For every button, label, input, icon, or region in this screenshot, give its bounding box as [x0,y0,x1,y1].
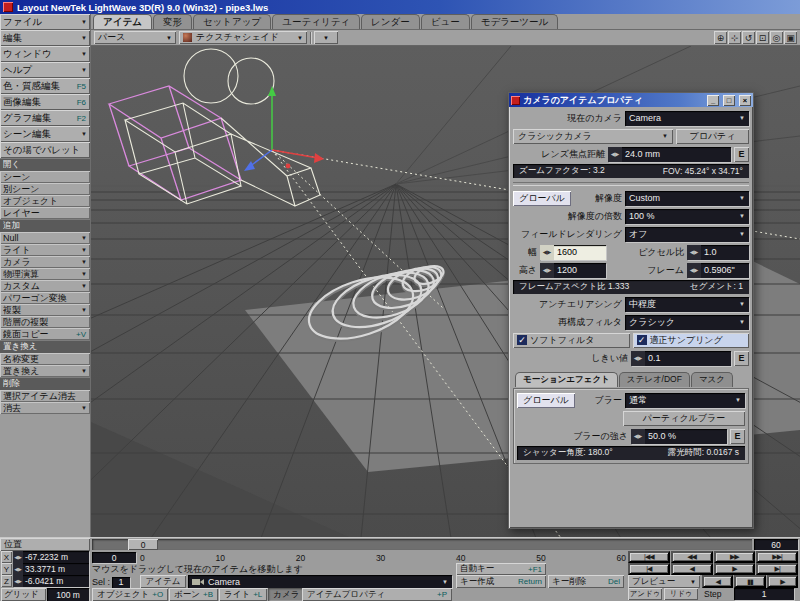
mini-slider-icon[interactable]: ◀▶ [13,551,23,563]
mini-slider-icon[interactable]: ◀▶ [540,263,554,278]
mini-slider-icon[interactable]: ◀▶ [687,245,701,260]
sidebar-item[interactable]: パワーゴン変換 [0,292,90,304]
view-mode-dropdown[interactable]: パース ▼ [94,31,176,44]
end-frame-field[interactable]: 60 [754,539,798,550]
auto-key-button[interactable]: 自動キー +F1 [456,563,546,575]
sidebar-item[interactable]: 画像編集 F6 [0,94,90,110]
adaptive-sampling-checkbox[interactable]: ✓ 適正サンプリング [633,333,750,348]
sidebar-item[interactable]: 置き換え ▼ [0,365,90,377]
main-tab[interactable]: モデラーツール [471,14,559,29]
sidebar-item[interactable]: 階層の複製 [0,316,90,328]
edit-mode-button[interactable]: オブジェクト +O [92,588,168,601]
sidebar-item[interactable]: グラフ編集 F2 [0,110,90,126]
coordinate-field[interactable]: ◀▶ -67.2232 m [13,551,89,563]
sidebar-item[interactable]: ヘルプ ▼ [0,62,90,78]
height-field[interactable]: ◀▶ 1200 [540,263,606,278]
antialiasing-dropdown[interactable]: 中程度 ▼ [625,297,749,312]
main-tab[interactable]: アイテム [93,14,152,29]
main-tab[interactable]: 変形 [153,14,192,29]
sidebar-item[interactable]: 物理演算 ▼ [0,268,90,280]
mini-slider-icon[interactable]: ◀▶ [687,263,701,278]
preview-dropdown[interactable]: プレビュー ▼ [628,575,700,588]
mini-slider-icon[interactable]: ◀▶ [631,429,645,444]
viewport-tool-icon[interactable]: ⊕ [714,31,727,44]
sidebar-item[interactable]: シーン [0,171,90,183]
timeline-handle[interactable]: 0 [128,539,158,550]
sidebar-item[interactable]: 別シーン [0,183,90,195]
dialog-tab[interactable]: ステレオ/DOF [619,372,690,387]
transport-button[interactable]: |◀◀ [628,551,670,563]
mini-slider-icon[interactable]: ◀▶ [608,147,622,162]
delete-key-button[interactable]: キー削除 Del [548,575,624,588]
camera-properties-button[interactable]: プロパティ [676,129,749,144]
sidebar-item[interactable]: ファイル ▼ [0,14,90,30]
viewport-tool-icon[interactable]: ◎ [770,31,783,44]
blur-dropdown[interactable]: 通常 ▼ [625,393,745,408]
global-resolution-button[interactable]: グローバル [513,191,571,206]
main-tab[interactable]: ビュー [421,14,470,29]
dialog-tab[interactable]: モーションエフェクト [515,372,618,387]
sidebar-item[interactable]: Null ▼ [0,232,90,244]
axis-toggle-button[interactable]: X [1,551,12,563]
threshold-field[interactable]: ◀▶ 0.1 [631,351,731,366]
item-mode-button[interactable]: アイテム [140,575,186,588]
viewport-tool-icon[interactable]: ⊹ [728,31,741,44]
sidebar-item[interactable]: その場でパレット [0,142,90,158]
main-tab[interactable]: セットアップ [193,14,271,29]
create-key-button[interactable]: キー作成 Return [456,575,546,588]
main-tab[interactable]: ユーティリティ [272,14,360,29]
sidebar-item[interactable]: 選択アイテム消去 [0,390,90,402]
sidebar-item[interactable]: ライト ▼ [0,244,90,256]
mini-slider-icon[interactable]: ◀▶ [540,245,554,260]
edit-mode-button[interactable]: ライト +L [219,588,267,601]
current-item-dropdown[interactable]: Camera ▼ [188,575,452,588]
dialog-tab[interactable]: マスク [691,372,733,387]
preview-control-button[interactable]: ▶ [767,575,798,588]
shade-mode-dropdown[interactable]: テクスチャシェイド ▼ [179,31,307,44]
global-motion-button[interactable]: グローバル [517,393,575,408]
mini-slider-icon[interactable]: ◀▶ [13,575,23,587]
mini-slider-icon[interactable]: ◀▶ [13,563,23,575]
viewport-tool-icon[interactable]: ⊡ [756,31,769,44]
sidebar-item[interactable]: カメラ ▼ [0,256,90,268]
maximize-icon[interactable]: □ [723,95,735,106]
envelope-button[interactable]: E [734,147,749,162]
pixel-aspect-field[interactable]: ◀▶ 1.0 [687,245,749,260]
viewport-tool-icon[interactable]: ↺ [742,31,755,44]
focal-length-field[interactable]: ◀▶ 24.0 mm [608,147,731,162]
sidebar-item[interactable]: 名称変更 [0,353,90,365]
envelope-button[interactable]: E [730,429,745,444]
main-tab[interactable]: レンダー [361,14,420,29]
sidebar-item[interactable]: 複製 ▼ [0,304,90,316]
close-icon[interactable]: × [739,95,751,106]
viewport-options-dropdown[interactable]: ▼ [314,31,338,44]
sidebar-item[interactable]: レイヤー [0,207,90,219]
viewport-tool-icon[interactable]: ▣ [784,31,797,44]
coordinate-field[interactable]: ◀▶ 33.3771 m [13,563,89,575]
camera-type-dropdown[interactable]: クラシックカメラ ▼ [513,129,673,144]
sidebar-item[interactable]: 鏡面コピー +V [0,328,90,340]
frame-field[interactable]: ◀▶ 0.5906" [687,263,749,278]
axis-toggle-button[interactable]: Y [1,563,12,575]
sidebar-item[interactable]: オブジェクト [0,195,90,207]
transport-button[interactable]: ▶▶| [756,551,798,563]
coordinate-field[interactable]: ◀▶ -6.0421 m [13,575,89,587]
step-field[interactable]: 1 [734,588,794,600]
mini-slider-icon[interactable]: ◀▶ [631,351,645,366]
position-mode-button[interactable]: 位置 [0,538,90,551]
sidebar-item[interactable]: カスタム ▼ [0,280,90,292]
envelope-button[interactable]: E [734,351,749,366]
minimize-icon[interactable]: _ [707,95,719,106]
title-bar[interactable]: Layout NewTek LightWave 3D(R) 9.0 (Win32… [0,0,800,14]
start-frame-field[interactable]: 0 [92,552,136,563]
reconstruction-filter-dropdown[interactable]: クラシック ▼ [625,315,749,330]
preview-control-button[interactable]: ◀ [702,575,733,588]
transport-button[interactable]: ◀ [671,563,713,575]
sidebar-item[interactable]: 色・質感編集 F5 [0,78,90,94]
blur-length-field[interactable]: ◀▶ 50.0 % [631,429,727,444]
field-rendering-dropdown[interactable]: オフ ▼ [625,227,749,242]
redo-button[interactable]: リドゥ [664,588,698,600]
timeline-slider[interactable]: 0 [92,539,752,550]
soft-filter-checkbox[interactable]: ✓ ソフトフィルタ [513,333,630,348]
preview-control-button[interactable]: ▮▮ [734,575,765,588]
